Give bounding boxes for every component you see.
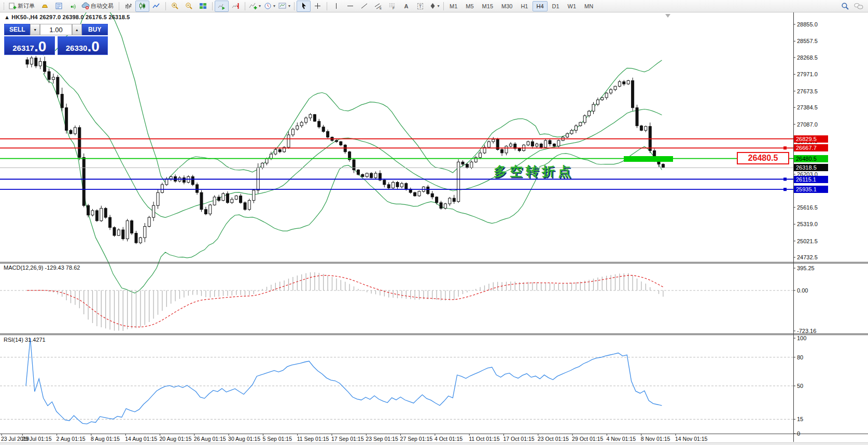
volume-down-button[interactable]: ▼ [30,24,39,35]
separator [327,2,327,10]
timeframe-m15[interactable]: M15 [479,1,497,11]
timeframe-m5[interactable]: M5 [462,1,477,11]
shapes-tool-button[interactable] [427,1,441,12]
tile-windows-icon [199,2,207,10]
template-icon [278,2,287,10]
green-highlight-rect[interactable] [624,156,673,162]
macd-signal-value: 78.62 [66,265,80,271]
separator [165,2,166,10]
svg-text:F: F [393,6,395,10]
separator [443,2,444,10]
sell-price-frac: .0 [34,39,46,54]
search-button[interactable] [838,1,852,12]
timeframe-m30[interactable]: M30 [498,1,516,11]
zoom-in-icon [171,2,179,10]
new-order-icon [9,2,17,10]
zoom-in-button[interactable] [168,1,182,12]
cursor-button[interactable] [297,1,311,12]
periods-button[interactable] [262,1,277,12]
timeframe-d1[interactable]: D1 [549,1,563,11]
one-click-trading-panel: SELL ▼ 1.00 ▲ BUY 26317.0 26330.0 [4,24,108,55]
macd-name: MACD(12,26,9) [4,265,43,271]
shapes-icon [429,2,436,10]
volume-input[interactable]: 1.00 [40,24,72,35]
tile-windows-button[interactable] [196,1,210,12]
templates-button[interactable] [277,1,292,12]
rsi-line [26,338,662,424]
toolbar: 新订单 自动交易 [0,0,868,12]
timeframe-h4[interactable]: H4 [533,1,547,11]
indicators-button[interactable] [247,1,262,12]
separator [212,2,213,10]
bollinger-upper [44,7,662,183]
search-icon [841,2,849,10]
macd-histogram [27,272,663,331]
text-tool-icon: A [404,3,409,9]
bar-chart-icon [124,2,132,10]
depth-of-market-icon [55,2,63,10]
crosshair-icon [314,2,321,10]
ohlc-open: 26297.0 [39,14,61,20]
crosshair-button[interactable] [311,1,325,12]
rsi-indicator-label: RSI(14) 31.4271 [4,337,46,343]
timeframe-h1[interactable]: H1 [517,1,531,11]
buy-price: 26330 [66,44,88,54]
text-tool-button[interactable]: A [399,1,413,12]
timeframe-m1[interactable]: M1 [446,1,461,11]
buy-price-frac: .0 [87,39,99,54]
vertical-line-icon [332,2,340,10]
chart-shift-marker-icon [665,14,670,18]
text-label-tool-button[interactable]: T [413,1,427,12]
symbol-period: HK50-,H4 [11,14,38,20]
timeframe-w1[interactable]: W1 [564,1,580,11]
depth-of-market-button[interactable] [52,1,66,12]
rsi-name: RSI(14) [4,337,23,343]
new-order-button[interactable]: 新订单 [7,1,38,12]
macd-indicator-label: MACD(12,26,9) -129.43 78.62 [4,265,80,271]
auto-scroll-button[interactable] [215,1,229,12]
channel-icon: E [374,2,382,10]
auto-trading-label: 自动交易 [91,2,114,10]
auto-scroll-icon [218,2,226,10]
text-label-icon: T [417,3,424,9]
chart-shift-button[interactable] [229,1,243,12]
volume-up-button[interactable]: ▲ [72,24,81,35]
equidistant-channel-tool-button[interactable]: E [371,1,385,12]
zoom-out-icon [185,2,193,10]
rsi-value: 31.4271 [25,337,46,343]
separator [245,2,245,10]
candlestick-mode-button[interactable] [135,1,149,12]
signals-button[interactable] [66,1,80,12]
bar-chart-mode-button[interactable] [121,1,135,12]
chart-title: ▲ HK50-,H4 26297.0 26398.0 26176.5 26318… [4,14,130,20]
line-chart-mode-button[interactable] [149,1,163,12]
auto-trading-button[interactable]: 自动交易 [80,1,117,12]
candlestick-icon [138,2,146,10]
hline-handle-25935.1[interactable] [783,188,787,191]
price-tag-26480: 26480.5 [737,152,789,164]
vertical-line-tool-button[interactable] [329,1,343,12]
trendline-tool-button[interactable] [357,1,371,12]
sell-button[interactable]: SELL [4,24,30,35]
fibonacci-tool-button[interactable]: F [385,1,399,12]
zoom-out-button[interactable] [182,1,196,12]
buy-button[interactable]: BUY [82,24,108,35]
ohlc-high: 26398.0 [63,14,84,20]
hline-handle-26667.7[interactable] [783,146,787,149]
chart-plot[interactable] [0,0,868,445]
horizontal-line-tool-button[interactable] [343,1,357,12]
buy-price-box[interactable]: 26330.0 [58,36,108,55]
cursor-icon [300,2,307,10]
indicators-icon [249,2,257,10]
sell-price-box[interactable]: 26317.0 [4,36,55,55]
separator [119,2,119,10]
chat-button[interactable] [852,1,866,12]
timeframe-mn[interactable]: MN [581,1,597,11]
candles [26,56,664,244]
hline-handle-26115.1[interactable] [783,178,787,181]
auto-trading-icon [81,2,90,10]
separator [294,2,295,10]
chart-shift-icon [232,2,240,10]
gold-bar-button[interactable] [38,1,52,12]
bollinger-lower [44,73,662,293]
